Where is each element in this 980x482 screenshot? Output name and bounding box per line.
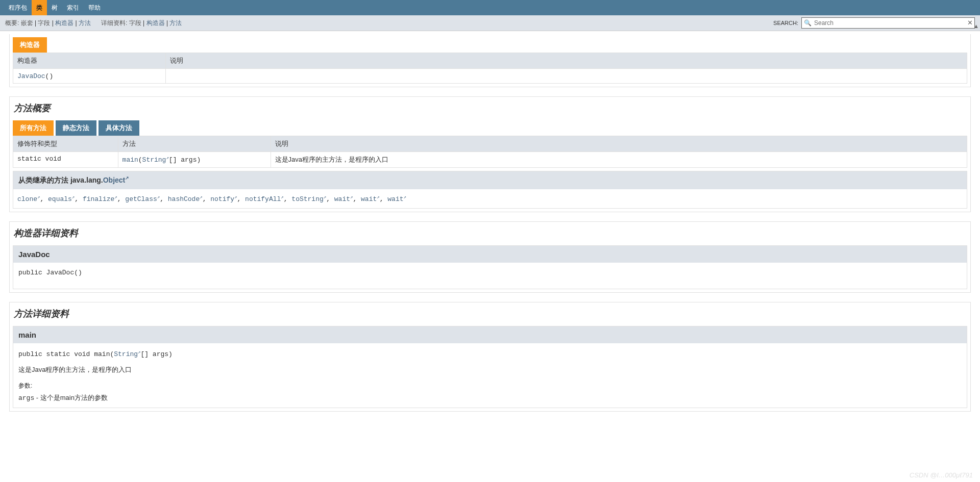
object-link[interactable]: Object [103,176,126,184]
method-modifiers: static void [13,152,118,168]
inherited-method-link[interactable]: wait [334,195,350,203]
external-icon: ↗ [157,195,160,200]
constructor-detail-section: 构造器详细资料 JavaDoc public JavaDoc() [9,221,971,293]
inherited-method-link[interactable]: getClass [125,195,157,203]
detail-constructor-link[interactable]: 构造器 [146,19,165,27]
external-icon: ↗ [350,195,353,200]
inherited-method-link[interactable]: wait [361,195,377,203]
nav-index[interactable]: 索引 [62,0,84,15]
method-detail-desc: 这是Java程序的主方法，是程序的入口 [18,365,962,374]
inherited-heading: 从类继承的方法 java.lang.Object↗ [13,171,967,189]
inherited-method-link[interactable]: finalize [83,195,114,203]
method-detail-box: main public static void main(String↗[] a… [13,326,967,408]
constructor-tabs: 构造器 [13,37,967,53]
method-summary-section: 方法概要 所有方法 静态方法 具体方法 修饰符和类型 方法 说明 static … [9,96,971,212]
table-row: static void main(String↗[] args) 这是Java程… [13,152,967,168]
main-content: 构造器 构造器 说明 JavaDoc() 方法概要 所有方法 静态方法 具体方法… [9,34,971,412]
tab-concrete-methods[interactable]: 具体方法 [99,120,139,136]
nav-package[interactable]: 程序包 [4,0,32,15]
external-icon: ↗ [72,195,75,200]
constructor-suffix: () [45,72,54,80]
col-desc: 说明 [166,53,967,69]
method-signature: public static void main(String↗[] args) [18,349,962,358]
subnav-left: 概要: 嵌套 | 字段 | 构造器 | 方法 详细资料: 字段 | 构造器 | … [5,19,182,28]
scrollbar-up-icon[interactable]: ▲ [973,23,979,29]
method-sig: main(String↗[] args) [118,152,271,168]
external-icon: ↗ [125,175,129,181]
overview-label: 概要: [5,19,19,27]
detail-label: 详细资料: [101,19,127,27]
method-tabs: 所有方法 静态方法 具体方法 [13,120,967,136]
detail-method-link[interactable]: 方法 [169,19,182,27]
top-nav: 程序包 类 树 索引 帮助 [0,0,980,15]
external-icon: ↗ [377,195,379,200]
search-label: SEARCH: [773,20,798,26]
tab-static-methods[interactable]: 静态方法 [56,120,96,136]
nav-tree[interactable]: 树 [47,0,62,15]
col-method-desc: 说明 [271,136,967,152]
method-desc: 这是Java程序的主方法，是程序的入口 [271,152,967,168]
col-modifiers: 修饰符和类型 [13,136,118,152]
sig-type-link[interactable]: String [114,350,138,358]
method-summary-title: 方法概要 [14,102,967,114]
overview-nested: 嵌套 [21,19,33,27]
external-icon: ↗ [234,195,237,200]
search-input[interactable] [801,17,975,29]
params-label: 参数: [18,382,962,390]
overview-constructor-link[interactable]: 构造器 [55,19,74,27]
method-detail-title: 方法详细资料 [14,308,967,320]
constructor-link[interactable]: JavaDoc [17,72,45,80]
method-detail-section: 方法详细资料 main public static void main(Stri… [9,302,971,412]
external-icon: ↗ [281,195,283,200]
constructor-detail-title: 构造器详细资料 [14,227,967,239]
constructor-detail-head: JavaDoc [13,246,967,263]
tab-constructors[interactable]: 构造器 [13,37,47,53]
inherited-method-link[interactable]: equals [48,195,72,203]
search-icon: 🔍 [804,19,812,27]
inherited-method-link[interactable]: notify [210,195,234,203]
external-icon: ↗ [324,195,326,200]
overview-field: 字段 [38,19,50,27]
search-wrap: SEARCH: 🔍 ✕ [773,17,975,29]
constructor-table: 构造器 说明 JavaDoc() [13,53,967,84]
constructor-desc [166,69,967,84]
method-name-link[interactable]: main [122,156,138,164]
inherited-method-link[interactable]: notifyAll [245,195,281,203]
inherited-methods: 从类继承的方法 java.lang.Object↗ clone↗, equals… [13,171,967,209]
table-row: JavaDoc() [13,69,967,84]
nav-help[interactable]: 帮助 [84,0,105,15]
external-icon: ↗ [37,195,40,200]
inherited-method-link[interactable]: toString [291,195,323,203]
method-detail-head: main [13,326,967,343]
inherited-method-link[interactable]: wait [387,195,403,203]
method-table: 修饰符和类型 方法 说明 static void main(String↗[] … [13,136,967,168]
col-constructor: 构造器 [13,53,166,69]
inherited-list: clone↗, equals↗, finalize↗, getClass↗, h… [13,189,967,208]
tab-all-methods[interactable]: 所有方法 [13,120,54,136]
param-line: args - 这个是main方法的参数 [18,393,962,402]
search-box: 🔍 ✕ [801,17,975,29]
param-type-link[interactable]: String [142,156,166,164]
overview-method-link[interactable]: 方法 [79,19,91,27]
constructor-signature: public JavaDoc() [18,269,962,276]
inherited-method-link[interactable]: clone [17,195,37,203]
clear-icon[interactable]: ✕ [967,19,973,27]
sub-nav: 概要: 嵌套 | 字段 | 构造器 | 方法 详细资料: 字段 | 构造器 | … [0,15,980,31]
col-method: 方法 [118,136,271,152]
constructor-detail-box: JavaDoc public JavaDoc() [13,245,967,289]
nav-class[interactable]: 类 [32,0,47,15]
detail-field: 字段 [129,19,141,27]
constructor-summary-section: 构造器 构造器 说明 JavaDoc() [9,34,971,87]
inherited-method-link[interactable]: hashCode [168,195,200,203]
external-icon: ↗ [114,195,117,200]
external-icon: ↗ [404,195,406,200]
external-icon: ↗ [200,195,202,200]
